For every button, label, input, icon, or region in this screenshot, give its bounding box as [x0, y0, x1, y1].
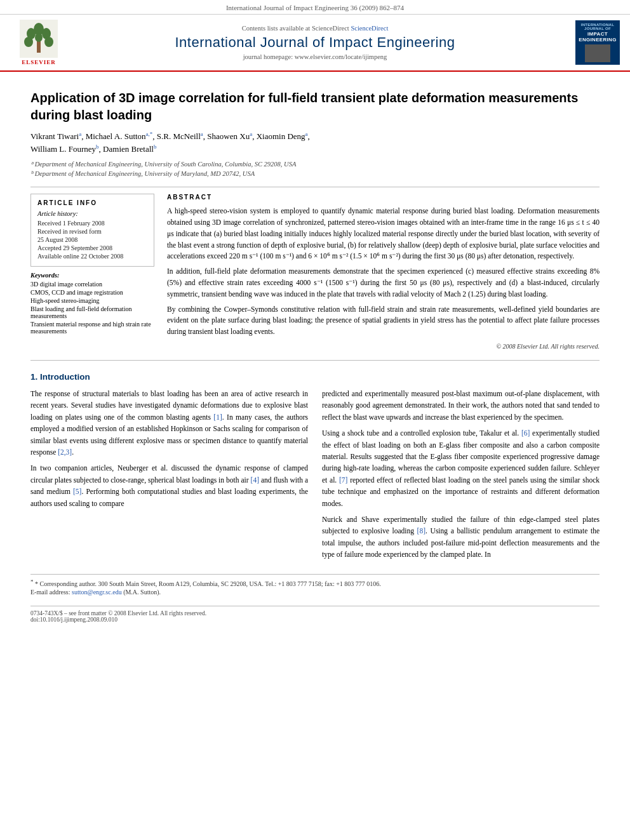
keyword-5: Transient material response and high str… [30, 321, 154, 335]
ref7[interactable]: [7] [339, 476, 347, 484]
journal-center: Contents lists available at ScienceDirec… [67, 25, 563, 60]
affil-a: ᵃ Department of Mechanical Engineering, … [30, 159, 600, 170]
keyword-2: CMOS, CCD and image registration [30, 289, 154, 296]
sciencedirect-text: Contents lists available at ScienceDirec… [67, 25, 563, 32]
badge-graphic [585, 44, 610, 62]
article-two-col: ARTICLE INFO Article history: Received 1… [30, 194, 600, 350]
keyword-3: High-speed stereo-imaging [30, 297, 154, 304]
journal-citation: International Journal of Impact Engineer… [226, 4, 404, 11]
elsevier-tree-icon [20, 20, 58, 58]
intro-right-para2: Using a shock tube and a controlled expl… [322, 427, 600, 509]
keyword-4: Blast loading and full-field deformation… [30, 305, 154, 319]
email-label: E-mail address: [30, 589, 72, 596]
intro-para2: In two companion articles, Neuberger et … [30, 462, 308, 509]
ref23[interactable]: [2,3] [58, 448, 72, 456]
body-two-col: The response of structural materials to … [30, 388, 600, 564]
section1-heading: 1. Introduction [30, 372, 600, 382]
footnote-email: E-mail address: sutton@engr.sc.edu (M.A.… [30, 589, 600, 596]
affiliations: ᵃ Department of Mechanical Engineering, … [30, 159, 600, 180]
affil-b: ᵇ Department of Mechanical Engineering, … [30, 169, 600, 179]
journal-logo-left: ELSEVIER [10, 20, 67, 65]
ref6[interactable]: [6] [521, 429, 530, 437]
article-info-box: ARTICLE INFO Article history: Received 1… [30, 194, 154, 267]
svg-point-7 [35, 33, 43, 42]
abstract-para3: By combining the Cowper–Symonds constitu… [167, 304, 600, 338]
svg-point-4 [24, 37, 33, 47]
intro-right-para3: Nurick and Shave experimentally studied … [322, 514, 600, 561]
body-right: predicted and experimentally measured po… [322, 388, 600, 564]
paper-title: Application of 3D image correlation for … [30, 90, 600, 124]
impact-engineering-badge: INTERNATIONAL JOURNAL OF IMPACTENGINEERI… [575, 20, 620, 65]
intro-right-para1: predicted and experimentally measured po… [322, 388, 600, 423]
article-history-label: Article history: [37, 210, 147, 217]
ref4[interactable]: [4] [251, 476, 259, 484]
paper-content: Application of 3D image correlation for … [0, 72, 630, 639]
intro-section: 1. Introduction The response of structur… [30, 372, 600, 564]
bottom-bar-line2: doi:10.1016/j.ijimpeng.2008.09.010 [30, 617, 600, 623]
body-left: The response of structural materials to … [30, 388, 308, 564]
received-revised-label: Received in revised form [37, 228, 147, 235]
ref8[interactable]: [8] [417, 527, 426, 535]
footer-notes: * * Corresponding author. 300 South Main… [30, 574, 600, 596]
email-suffix: (M.A. Sutton). [122, 589, 161, 596]
svg-point-5 [44, 37, 53, 47]
bottom-bar-line1: 0734-743X/$ – see front matter © 2008 El… [30, 610, 600, 617]
available-date: Available online 22 October 2008 [37, 253, 147, 260]
divider [30, 187, 600, 187]
journal-logo-right: INTERNATIONAL JOURNAL OF IMPACTENGINEERI… [563, 20, 620, 65]
copyright-line: © 2008 Elsevier Ltd. All rights reserved… [167, 343, 600, 350]
journal-title: International Journal of Impact Engineer… [67, 34, 563, 51]
email-link[interactable]: sutton@engr.sc.edu [72, 589, 122, 596]
abstract-para2: In addition, full-field plate deformatio… [167, 266, 600, 300]
journal-homepage: journal homepage: www.elsevier.com/locat… [67, 53, 563, 60]
accepted-date: Accepted 29 September 2008 [37, 244, 147, 251]
divider-2 [30, 360, 600, 361]
footnote-corr: * * Corresponding author. 300 South Main… [30, 578, 600, 587]
intro-para1: The response of structural materials to … [30, 388, 308, 458]
top-bar: International Journal of Impact Engineer… [0, 0, 630, 15]
elsevier-label: ELSEVIER [22, 59, 56, 65]
keyword-1: 3D digital image correlation [30, 281, 154, 288]
keywords-label: Keywords: [30, 272, 154, 279]
page-bottom-bar: 0734-743X/$ – see front matter © 2008 El… [30, 606, 600, 627]
abstract-section: ABSTRACT A high-speed stereo-vision syst… [167, 194, 600, 350]
authors-line: Vikrant Tiwaria, Michael A. Suttona,*, S… [30, 130, 600, 156]
left-col: ARTICLE INFO Article history: Received 1… [30, 194, 154, 350]
sciencedirect-link[interactable]: ScienceDirect [351, 25, 388, 32]
ref5[interactable]: [5] [73, 488, 81, 495]
article-info-label: ARTICLE INFO [37, 199, 147, 206]
received-revised-date: 25 August 2008 [37, 236, 147, 243]
keywords-box: Keywords: 3D digital image correlation C… [30, 272, 154, 335]
abstract-para1: A high-speed stereo-vision system is emp… [167, 206, 600, 262]
ref1[interactable]: [1] [213, 413, 222, 421]
received-date: Received 1 February 2008 [37, 220, 147, 227]
journal-header: ELSEVIER Contents lists available at Sci… [0, 15, 630, 72]
abstract-label: ABSTRACT [167, 194, 600, 201]
